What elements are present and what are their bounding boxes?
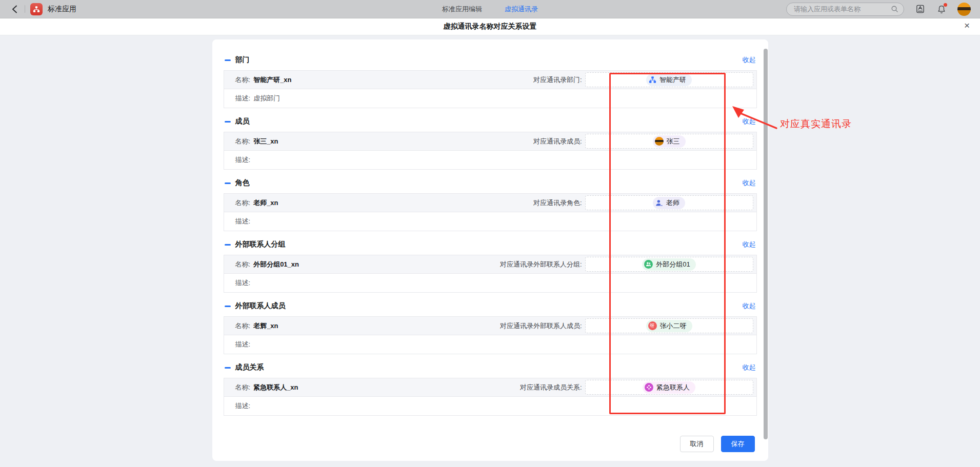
back-icon[interactable] <box>9 4 19 14</box>
mapping-select-box[interactable]: 张三 <box>585 134 753 149</box>
chip-label: 张三 <box>667 137 680 146</box>
contact-chip[interactable]: 外部分组01 <box>642 258 695 271</box>
name-value: 外部分组01_xn <box>253 260 299 269</box>
name-label: 名称: <box>235 198 251 208</box>
desc-label: 描述: <box>235 94 251 103</box>
mapping-select-box[interactable]: 老师 <box>585 195 753 210</box>
section-title: 外部联系人分组 <box>235 240 286 249</box>
top-tabs: 标准应用编辑 虚拟通讯录 <box>442 5 538 14</box>
app-logo-icon <box>30 3 43 15</box>
name-label: 名称: <box>235 260 251 269</box>
contact-chip[interactable]: 智能产研 <box>646 74 692 86</box>
desc-row: 描述: <box>224 151 757 170</box>
annotation-text: 对应真实通讯录 <box>780 117 852 131</box>
name-label: 名称: <box>235 321 251 331</box>
section-header: 成员关系 收起 <box>225 363 756 372</box>
mapping-section: 角色 收起 名称: 老师_xn 对应通讯录角色: 老师 描述: <box>224 178 757 231</box>
name-row: 名称: 老师_xn 对应通讯录角色: 老师 <box>224 193 757 212</box>
section-title: 角色 <box>235 178 250 188</box>
dialog-footer: 取消 保存 <box>224 429 757 461</box>
mapping-group: 对应通讯录成员: 张三 <box>533 134 753 149</box>
settings-card: 部门 收起 名称: 智能产研_xn 对应通讯录部门: 智能产研 描述: 虚拟部门 <box>212 39 768 461</box>
mapping-section: 成员 收起 名称: 张三_xn 对应通讯录成员: 张三 描述: <box>224 117 757 170</box>
collapse-link[interactable]: 收起 <box>743 301 756 311</box>
collapse-dash-icon <box>225 244 231 246</box>
dialog-titlebar: 虚拟通讯录名称对应关系设置 × <box>0 18 980 35</box>
section-title: 成员 <box>235 117 250 126</box>
collapse-dash-icon <box>225 182 231 184</box>
global-search[interactable] <box>786 3 904 16</box>
section-header: 部门 收起 <box>225 55 756 65</box>
contact-chip[interactable]: 老师 <box>653 197 685 209</box>
name-row: 名称: 老辉_xn 对应通讯录外部联系人成员: 呀 张小二呀 <box>224 316 757 335</box>
section-title: 成员关系 <box>235 363 264 372</box>
name-value: 老辉_xn <box>253 321 278 331</box>
notification-bell-icon[interactable] <box>936 4 947 15</box>
mapping-label: 对应通讯录成员: <box>533 137 582 146</box>
chip-icon <box>648 76 656 84</box>
collapse-link[interactable]: 收起 <box>743 178 756 188</box>
cancel-button[interactable]: 取消 <box>680 436 714 452</box>
search-input[interactable] <box>794 5 891 13</box>
collapse-link[interactable]: 收起 <box>743 55 756 65</box>
sections-list: 部门 收起 名称: 智能产研_xn 对应通讯录部门: 智能产研 描述: 虚拟部门 <box>224 47 757 416</box>
section-header: 外部联系人成员 收起 <box>225 301 756 311</box>
mapping-section: 外部联系人成员 收起 名称: 老辉_xn 对应通讯录外部联系人成员: 呀 张小二… <box>224 301 757 354</box>
address-book-icon[interactable] <box>914 4 926 15</box>
mapping-group: 对应通讯录部门: 智能产研 <box>533 72 753 87</box>
chip-label: 紧急联系人 <box>656 383 690 392</box>
close-icon[interactable]: × <box>964 21 970 30</box>
collapse-link[interactable]: 收起 <box>743 363 756 372</box>
name-value: 老师_xn <box>253 198 278 208</box>
mapping-group: 对应通讯录成员关系: 紧急联系人 <box>520 380 753 395</box>
desc-label: 描述: <box>235 217 251 226</box>
desc-label: 描述: <box>235 155 251 165</box>
chip-icon: 呀 <box>648 321 657 330</box>
tab-app-edit[interactable]: 标准应用编辑 <box>442 5 482 14</box>
name-label: 名称: <box>235 137 251 146</box>
name-value: 张三_xn <box>253 137 278 146</box>
save-button[interactable]: 保存 <box>721 436 755 452</box>
section-header: 成员 收起 <box>225 117 756 126</box>
contact-chip[interactable]: 呀 张小二呀 <box>646 320 692 332</box>
collapse-link[interactable]: 收起 <box>743 117 756 126</box>
dialog-body: 部门 收起 名称: 智能产研_xn 对应通讯录部门: 智能产研 描述: 虚拟部门 <box>0 35 980 467</box>
desc-value: 虚拟部门 <box>253 94 280 103</box>
mapping-select-box[interactable]: 外部分组01 <box>585 257 753 272</box>
collapse-dash-icon <box>225 121 231 123</box>
mapping-label: 对应通讯录外部联系人成员: <box>500 321 582 331</box>
app-window: 标准应用 标准应用编辑 虚拟通讯录 虚拟通讯录名称对应关系设置 × <box>0 0 980 467</box>
mapping-group: 对应通讯录角色: 老师 <box>533 195 753 210</box>
desc-label: 描述: <box>235 401 251 411</box>
top-bar: 标准应用 标准应用编辑 虚拟通讯录 <box>0 0 980 18</box>
name-label: 名称: <box>235 75 251 85</box>
mapping-label: 对应通讯录部门: <box>533 75 582 85</box>
section-title: 外部联系人成员 <box>235 301 286 311</box>
name-label: 名称: <box>235 383 251 392</box>
scrollbar-thumb[interactable] <box>764 49 768 439</box>
collapse-link[interactable]: 收起 <box>743 240 756 249</box>
mapping-select-box[interactable]: 呀 张小二呀 <box>585 318 753 333</box>
collapse-dash-icon <box>225 306 231 307</box>
name-row: 名称: 外部分组01_xn 对应通讯录外部联系人分组: 外部分组01 <box>224 255 757 274</box>
mapping-select-box[interactable]: 紧急联系人 <box>585 380 753 395</box>
name-value: 智能产研_xn <box>253 75 291 85</box>
name-row: 名称: 智能产研_xn 对应通讯录部门: 智能产研 <box>224 70 757 89</box>
name-row: 名称: 张三_xn 对应通讯录成员: 张三 <box>224 132 757 151</box>
contact-chip[interactable]: 张三 <box>653 135 686 148</box>
name-value: 紧急联系人_xn <box>253 383 298 392</box>
user-avatar[interactable] <box>957 3 971 16</box>
chip-icon <box>655 199 663 207</box>
chip-label: 智能产研 <box>659 75 686 85</box>
chip-icon <box>645 383 653 392</box>
notification-badge <box>944 3 947 7</box>
tab-virtual-contacts[interactable]: 虚拟通讯录 <box>505 5 538 14</box>
chip-label: 张小二呀 <box>660 321 687 331</box>
mapping-select-box[interactable]: 智能产研 <box>585 72 753 87</box>
contact-chip[interactable]: 紧急联系人 <box>643 381 695 394</box>
desc-row: 描述: <box>224 274 757 293</box>
desc-row: 描述: <box>224 335 757 354</box>
mapping-label: 对应通讯录外部联系人分组: <box>500 260 582 269</box>
section-header: 外部联系人分组 收起 <box>225 240 756 249</box>
chip-icon <box>644 260 653 269</box>
